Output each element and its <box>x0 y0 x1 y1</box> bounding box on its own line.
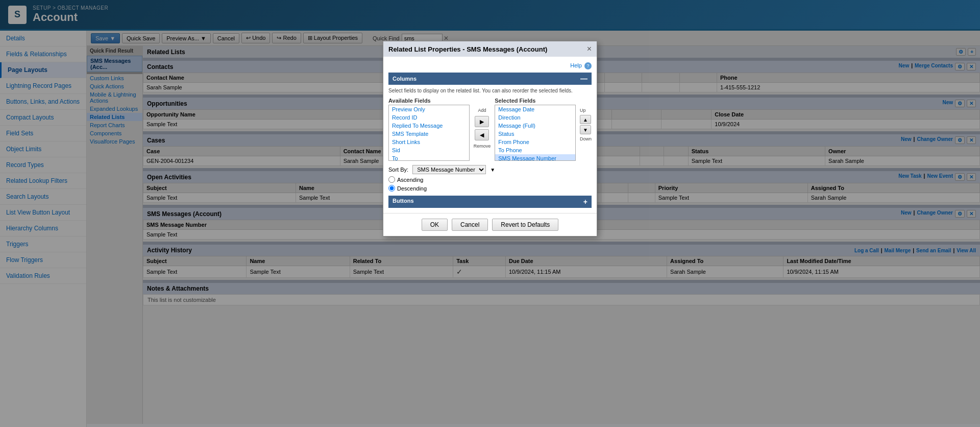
available-fields-label: Available Fields <box>388 98 470 104</box>
fields-area: Available Fields Preview Only Record ID … <box>388 98 592 161</box>
list-item[interactable]: Message (Full) <box>495 122 575 130</box>
list-item[interactable]: From Phone <box>495 138 575 146</box>
remove-field-button[interactable]: ◀ <box>475 129 489 140</box>
ascending-radio-row: Ascending <box>388 176 592 183</box>
buttons-section-banner: Buttons + <box>388 196 592 208</box>
modal-title: Related List Properties - SMS Messages (… <box>388 45 547 53</box>
modal-revert-button[interactable]: Revert to Defaults <box>492 219 558 231</box>
modal-help-row: Help ? <box>388 62 592 69</box>
move-up-button[interactable]: ▲ <box>580 115 591 124</box>
list-item[interactable]: Sid <box>389 146 469 154</box>
updown-buttons: Up ▲ ▼ Down <box>580 98 592 141</box>
descending-label: Descending <box>397 185 427 192</box>
selected-fields-box: Selected Fields Message Date Direction M… <box>495 98 576 161</box>
move-down-button[interactable]: ▼ <box>580 125 591 134</box>
up-label: Up <box>580 108 592 113</box>
descending-radio[interactable] <box>388 185 395 192</box>
buttons-section-label: Buttons <box>393 198 414 206</box>
list-item[interactable]: Direction <box>495 113 575 122</box>
down-label: Down <box>580 136 592 141</box>
modal-body: Help ? Columns — Select fields to displa… <box>383 57 597 213</box>
available-fields-box: Available Fields Preview Only Record ID … <box>388 98 470 161</box>
modal-cancel-button[interactable]: Cancel <box>452 219 488 231</box>
selected-fields-list[interactable]: Message Date Direction Message (Full) St… <box>495 105 576 161</box>
sort-dropdown-icon: ▼ <box>490 167 495 173</box>
list-item[interactable]: To Phone <box>495 146 575 154</box>
list-item[interactable]: Replied To Message <box>389 122 469 130</box>
columns-collapse-icon[interactable]: — <box>580 75 587 83</box>
list-item[interactable]: Short Links <box>389 138 469 146</box>
add-field-button[interactable]: ▶ <box>475 116 489 127</box>
sort-by-row: Sort By: SMS Message Number Message Date… <box>388 165 592 174</box>
list-item[interactable]: Status <box>495 130 575 138</box>
sort-by-label: Sort By: <box>388 167 408 173</box>
list-item[interactable]: Record ID <box>389 113 469 122</box>
columns-section-banner: Columns — <box>388 73 592 85</box>
available-fields-list[interactable]: Preview Only Record ID Replied To Messag… <box>388 105 470 161</box>
transfer-buttons: Add ▶ ◀ Remove <box>474 98 491 149</box>
columns-section-label: Columns <box>393 76 416 82</box>
modal-overlay: Related List Properties - SMS Messages (… <box>0 0 980 427</box>
columns-desc: Select fields to display on the related … <box>388 88 592 93</box>
modal-footer: OK Cancel Revert to Defaults <box>383 213 597 236</box>
list-item[interactable]: SMS Message Number <box>495 154 575 161</box>
remove-label: Remove <box>474 144 491 149</box>
selected-fields-label: Selected Fields <box>495 98 576 104</box>
help-icon: ? <box>584 62 592 69</box>
buttons-collapse-icon[interactable]: + <box>583 198 587 206</box>
sort-by-select[interactable]: SMS Message Number Message Date Directio… <box>412 165 486 174</box>
modal-close-button[interactable]: × <box>587 44 592 54</box>
list-item[interactable]: Message Date <box>495 105 575 113</box>
modal-header: Related List Properties - SMS Messages (… <box>383 41 597 57</box>
related-list-properties-modal: Related List Properties - SMS Messages (… <box>383 41 597 236</box>
list-item[interactable]: To <box>389 154 469 161</box>
add-label: Add <box>478 108 486 113</box>
modal-ok-button[interactable]: OK <box>422 219 448 231</box>
ascending-radio[interactable] <box>388 176 395 183</box>
list-item[interactable]: SMS Template <box>389 130 469 138</box>
descending-radio-row: Descending <box>388 185 592 192</box>
ascending-label: Ascending <box>397 177 423 183</box>
list-item[interactable]: Preview Only <box>389 105 469 113</box>
modal-help-link[interactable]: Help ? <box>570 62 592 68</box>
